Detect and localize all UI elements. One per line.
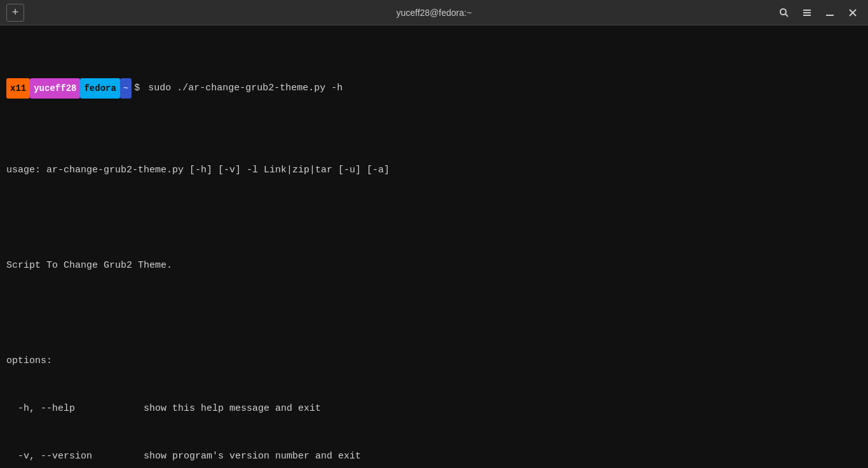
- titlebar-left: +: [6, 4, 24, 22]
- tilde-badge-1: ~: [120, 78, 132, 99]
- output-line-1: usage: ar-change-grub2-theme.py [-h] [-v…: [6, 162, 862, 178]
- svg-line-1: [785, 14, 788, 17]
- search-icon: [779, 8, 789, 18]
- empty-line-2: [6, 305, 862, 321]
- output-line-7: -v, --version show program's version num…: [6, 448, 862, 464]
- minimize-icon: [825, 8, 835, 18]
- user-badge-1: yuceff28: [30, 78, 80, 99]
- titlebar-title: yuceff28@fedora:~: [397, 8, 472, 18]
- host-badge-1: fedora: [80, 78, 119, 99]
- close-button[interactable]: [844, 4, 862, 22]
- close-icon: [848, 8, 858, 18]
- x11-badge-1: x11: [6, 78, 30, 99]
- dollar-1: $: [134, 79, 140, 98]
- command-text-1: sudo ./ar-change-grub2-theme.py -h: [142, 79, 342, 98]
- new-tab-button[interactable]: +: [6, 4, 24, 22]
- minimize-button[interactable]: [821, 4, 839, 22]
- titlebar-controls: [775, 4, 862, 22]
- titlebar: + yuceff28@fedora:~: [0, 0, 868, 25]
- empty-line-1: [6, 210, 862, 226]
- menu-button[interactable]: [798, 4, 816, 22]
- output-line-3: Script To Change Grub2 Theme.: [6, 258, 862, 273]
- terminal[interactable]: x11 yuceff28 fedora ~ $ sudo ./ar-change…: [0, 25, 868, 468]
- svg-point-0: [780, 9, 786, 15]
- search-button[interactable]: [775, 4, 793, 22]
- hamburger-icon: [802, 8, 812, 18]
- output-line-5: options:: [6, 353, 862, 369]
- prompt-line-1: x11 yuceff28 fedora ~ $ sudo ./ar-change…: [6, 78, 862, 99]
- output-line-6: -h, --help show this help message and ex…: [6, 401, 862, 416]
